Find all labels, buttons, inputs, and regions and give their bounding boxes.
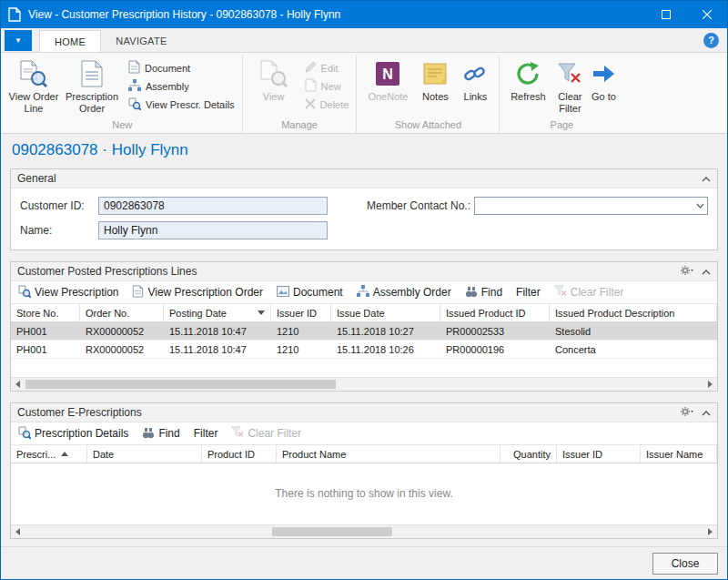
column-header-order-no[interactable]: Order No.: [80, 304, 164, 321]
column-header-quantity[interactable]: Quantity: [500, 445, 557, 463]
clear-filter-toolbar-button[interactable]: Clear Filter: [231, 426, 301, 441]
onenote-button[interactable]: N OneNote: [361, 55, 414, 103]
column-header-issuer-name[interactable]: Issuer Name: [641, 445, 717, 463]
app-icon: [1, 7, 28, 22]
find-button[interactable]: Find: [142, 426, 179, 442]
scrollbar-thumb[interactable]: [272, 527, 392, 536]
close-icon[interactable]: [686, 1, 727, 28]
general-section-title: General: [17, 172, 702, 185]
scroll-left-icon[interactable]: [11, 525, 25, 538]
filter-button[interactable]: Filter: [194, 427, 218, 440]
name-field[interactable]: Holly Flynn: [98, 221, 328, 239]
view-prescription-button[interactable]: View Prescription: [18, 285, 118, 300]
scroll-right-icon[interactable]: [703, 525, 717, 538]
clear-filter-label: Clear Filter: [551, 91, 588, 114]
new-icon: [305, 78, 317, 94]
footer-bar: Close: [1, 546, 727, 579]
title-bar: View - Customer Prescription History - 0…: [1, 1, 727, 28]
column-header-product-id[interactable]: Product ID: [202, 445, 277, 463]
scroll-right-icon[interactable]: [703, 378, 717, 391]
edit-button[interactable]: Edit: [302, 60, 352, 76]
general-section: General Customer ID: 0902863078 Member C…: [10, 168, 718, 250]
table-row[interactable]: PH001 RX00000052 15.11.2018 10:47 1210 1…: [11, 322, 717, 341]
app-menu-button[interactable]: ▼: [5, 30, 32, 51]
edit-icon: [305, 61, 317, 75]
tab-home[interactable]: HOME: [39, 30, 101, 52]
view-prescr-details-button[interactable]: View Prescr. Details: [126, 97, 238, 112]
close-button[interactable]: Close: [652, 553, 718, 575]
posted-section-header[interactable]: Customer Posted Prescriptions Lines: [11, 262, 717, 281]
filter-label: Filter: [194, 427, 218, 440]
clear-filter-button[interactable]: Clear Filter: [551, 55, 588, 114]
view-icon: [260, 58, 288, 89]
posted-toolbar: View Prescription View Prescription Orde…: [11, 281, 717, 304]
onenote-label: OneNote: [368, 91, 408, 103]
clear-filter-toolbar-label: Clear Filter: [571, 286, 624, 299]
view-order-line-icon: [20, 58, 47, 89]
collapse-icon[interactable]: [702, 172, 711, 185]
column-header-issuer-id[interactable]: Issuer ID: [271, 304, 331, 321]
tab-navigate[interactable]: NAVIGATE: [101, 30, 181, 52]
posted-grid-header: Store No. Order No. Posting Date Issuer …: [11, 304, 717, 322]
column-header-issuer-id[interactable]: Issuer ID: [557, 445, 641, 463]
member-contact-combobox[interactable]: [474, 197, 708, 215]
document-toolbar-button[interactable]: Document: [277, 286, 343, 300]
refresh-icon: [515, 58, 541, 89]
prescription-order-button[interactable]: Prescription Order: [60, 55, 124, 114]
ribbon-group-page-label: Page: [504, 118, 619, 133]
maximize-button[interactable]: [645, 1, 686, 28]
column-header-posting-date[interactable]: Posting Date: [164, 304, 271, 321]
notes-button[interactable]: Notes: [414, 55, 456, 103]
view-button[interactable]: View: [248, 55, 300, 103]
general-section-header[interactable]: General: [11, 169, 717, 188]
eprescriptions-section-title: Customer E-Prescriptions: [17, 406, 680, 419]
assembly-button[interactable]: Assembly: [126, 78, 238, 94]
view-label: View: [263, 91, 285, 103]
customize-gear-icon[interactable]: [680, 265, 693, 279]
document-toolbar-label: Document: [293, 286, 343, 299]
column-header-issued-product-id[interactable]: Issued Product ID: [440, 304, 550, 321]
column-header-issue-date[interactable]: Issue Date: [331, 304, 440, 321]
member-contact-label: Member Contact No.:: [367, 199, 474, 212]
new-button[interactable]: New: [302, 78, 352, 94]
posted-horizontal-scrollbar[interactable]: [11, 377, 717, 391]
onenote-icon: N: [376, 58, 399, 89]
prescription-order-label: Prescription Order: [60, 91, 124, 114]
delete-button[interactable]: Delete: [302, 97, 352, 112]
edit-label: Edit: [321, 63, 339, 74]
go-to-button[interactable]: Go to: [588, 55, 619, 103]
links-button[interactable]: Links: [456, 55, 494, 103]
column-header-issued-product-description[interactable]: Issued Product Description: [550, 304, 717, 321]
prescription-details-button[interactable]: Prescription Details: [18, 426, 128, 442]
column-header-date[interactable]: Date: [87, 445, 202, 463]
column-header-product-name[interactable]: Product Name: [277, 445, 500, 463]
eprescriptions-section-header[interactable]: Customer E-Prescriptions: [11, 403, 717, 422]
customize-gear-icon[interactable]: [680, 406, 693, 420]
clear-filter-icon: [558, 58, 581, 89]
column-header-store-no[interactable]: Store No.: [11, 304, 80, 321]
customer-id-label: Customer ID:: [20, 199, 98, 212]
collapse-icon[interactable]: [702, 265, 711, 278]
view-order-line-button[interactable]: View Order Line: [7, 55, 60, 114]
eprescriptions-horizontal-scrollbar[interactable]: [11, 524, 717, 538]
grid-empty-area: [11, 359, 717, 377]
find-button[interactable]: Find: [465, 285, 502, 300]
document-button[interactable]: Document: [126, 60, 238, 76]
page-title: 0902863078 · Holly Flynn: [1, 134, 727, 165]
customer-id-field[interactable]: 0902863078: [98, 197, 328, 215]
collapse-icon[interactable]: [702, 406, 711, 419]
help-icon[interactable]: ?: [703, 33, 719, 48]
view-prescription-order-button[interactable]: View Prescription Order: [132, 285, 263, 300]
refresh-button[interactable]: Refresh: [504, 55, 551, 103]
links-icon: [463, 58, 487, 89]
scrollbar-thumb[interactable]: [25, 380, 336, 389]
filter-button[interactable]: Filter: [516, 286, 541, 299]
empty-view-message: There is nothing to show in this view.: [11, 463, 717, 524]
assembly-order-button[interactable]: Assembly Order: [357, 285, 451, 300]
chevron-down-icon[interactable]: [693, 198, 707, 214]
column-header-prescription[interactable]: Prescri...: [11, 445, 87, 463]
scroll-left-icon[interactable]: [11, 378, 25, 391]
clear-filter-toolbar-button[interactable]: Clear Filter: [554, 285, 624, 300]
table-row[interactable]: PH001 RX00000052 15.11.2018 10:47 1210 1…: [11, 341, 717, 359]
assembly-icon: [128, 79, 141, 94]
